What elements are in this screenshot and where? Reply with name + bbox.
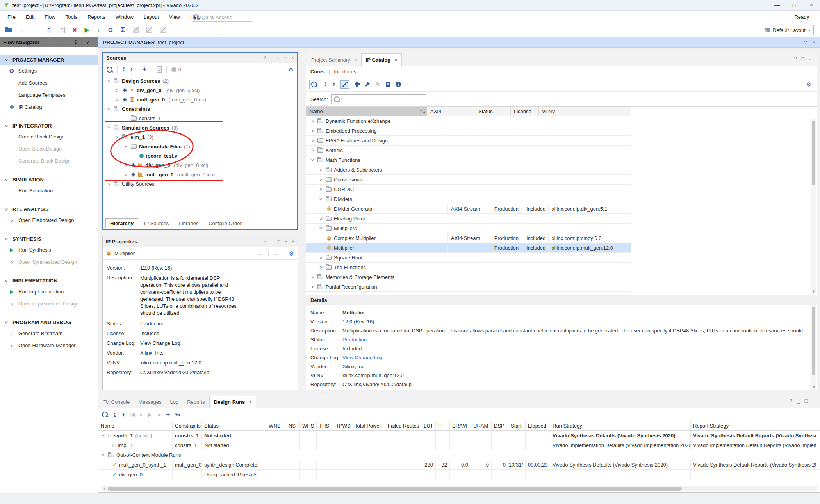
- run-row-synth-1[interactable]: >▷synth_1 (active)constrs_1Not startedVi…: [98, 431, 820, 440]
- minimize-panel-icon[interactable]: _: [93, 40, 95, 44]
- taxonomy-icon[interactable]: [340, 80, 349, 89]
- collapse-all-icon[interactable]: ▼▲: [122, 67, 125, 71]
- run-row-impl-1[interactable]: ▷impl_1constrs_1Not startedVivado Implem…: [98, 440, 820, 450]
- subtab-cores[interactable]: Cores: [310, 69, 325, 75]
- minimize-button[interactable]: —: [768, 0, 786, 10]
- subtab-interfaces[interactable]: Interfaces: [334, 69, 356, 75]
- tree-item-mult-gen-0[interactable]: >mult_gen_0 (mult_gen_0.xci): [103, 170, 297, 179]
- tab-design-runs[interactable]: Design Runs×: [209, 396, 256, 408]
- catalog-row-complex-multiplier[interactable]: Complex MultiplierAXI4-StreamProductionI…: [306, 233, 631, 243]
- help-icon[interactable]: ?: [804, 39, 807, 45]
- expand-collapse-icon[interactable]: ↕: [81, 40, 83, 44]
- detail-link[interactable]: Production: [342, 337, 367, 343]
- flow-nav-section-ip-integrator[interactable]: >IP INTEGRATOR: [0, 121, 98, 131]
- ip-search-input[interactable]: ▾: [331, 94, 426, 104]
- flow-nav-section-synthesis[interactable]: >SYNTHESIS: [0, 234, 98, 244]
- float-panel-icon[interactable]: ⌐: [812, 398, 815, 404]
- scroll-left-icon[interactable]: ‹: [102, 486, 107, 491]
- tree-item-constraints[interactable]: >Constraints: [103, 104, 297, 114]
- close-icon[interactable]: ×: [354, 57, 357, 63]
- maximize-panel-icon[interactable]: □: [278, 239, 280, 244]
- menu-window[interactable]: Window: [111, 14, 139, 20]
- tab-log[interactable]: Log: [166, 396, 183, 408]
- catalog-row-math-functions[interactable]: >Math Functions: [306, 155, 631, 165]
- wrench-icon[interactable]: [365, 82, 370, 87]
- generate-bitstream-icon[interactable]: ↓: [97, 27, 100, 33]
- column-header-elapsed[interactable]: Elapsed: [526, 421, 550, 430]
- quick-access-input[interactable]: Quick Access: [193, 13, 252, 22]
- menu-reports[interactable]: Reports: [82, 14, 111, 20]
- column-header-axi4[interactable]: AXI4: [427, 107, 475, 116]
- search-icon[interactable]: [309, 80, 319, 89]
- search-icon[interactable]: [102, 412, 108, 417]
- settings-gear-icon[interactable]: ⚙: [108, 27, 113, 33]
- scrollbar-thumb[interactable]: [108, 487, 682, 491]
- flow-nav-item-open-hardware-manager[interactable]: >Open Hardware Manager: [0, 339, 98, 351]
- flow-nav-item-ip-catalog[interactable]: IP Catalog: [0, 101, 98, 113]
- catalog-row-floating-point[interactable]: >Floating Point: [306, 214, 631, 224]
- horizontal-scrollbar[interactable]: ‹: [102, 486, 817, 491]
- catalog-row-dynamic-function-exchange[interactable]: >Dynamic Function eXchange: [306, 116, 631, 126]
- column-header-ff[interactable]: FF: [436, 421, 450, 430]
- flow-nav-item-generate-block-design[interactable]: Generate Block Design: [0, 155, 98, 167]
- catalog-row-cordic[interactable]: >CORDIC: [306, 185, 631, 194]
- column-header-constraints[interactable]: Constraints: [173, 421, 202, 430]
- column-header-run_strategy[interactable]: Run Strategy: [550, 421, 691, 430]
- tab-compile-order[interactable]: Compile Order: [204, 219, 246, 228]
- run-row-mult-gen-0-synth-1[interactable]: ✓mult_gen_0_synth_1mult_gen_0synth_desig…: [98, 460, 820, 470]
- tab-tcl-console[interactable]: Tcl Console: [99, 396, 134, 408]
- minimize-panel-icon[interactable]: _: [270, 55, 273, 60]
- column-header-report_strategy[interactable]: Report Strategy: [691, 421, 816, 430]
- flow-nav-item-open-implemented-design[interactable]: >Open Implemented Design: [0, 298, 98, 310]
- expand-all-icon[interactable]: ▲▼: [122, 413, 125, 417]
- maximize-panel-icon[interactable]: □: [802, 56, 805, 62]
- expand-all-icon[interactable]: ▲▼: [130, 67, 133, 71]
- close-button[interactable]: ×: [803, 0, 820, 10]
- flow-nav-section-simulation[interactable]: >SIMULATION: [0, 175, 98, 185]
- column-header-ths[interactable]: THS: [317, 421, 333, 430]
- tab-hierarchy[interactable]: Hierarchy: [105, 218, 138, 228]
- column-header-lut[interactable]: LUT: [421, 421, 436, 430]
- copy-icon[interactable]: [60, 27, 65, 33]
- flow-nav-item-language-templates[interactable]: Language Templates: [0, 89, 98, 101]
- flow-nav-section-implementation[interactable]: >IMPLEMENTATION: [0, 276, 98, 286]
- run-row-out-of-context-module-runs[interactable]: >Out-of-Context Module Runs: [98, 450, 820, 460]
- maximize-button[interactable]: □: [786, 0, 803, 10]
- undo-icon[interactable]: ←: [20, 27, 25, 33]
- catalog-row-multipliers[interactable]: >Multipliers: [306, 224, 631, 233]
- ip-packager-icon[interactable]: [386, 82, 390, 87]
- column-header-name[interactable]: Name: [98, 421, 173, 430]
- flow-nav-item-open-elaborated-design[interactable]: >Open Elaborated Design: [0, 214, 98, 226]
- menu-tools[interactable]: Tools: [61, 14, 82, 20]
- tree-item-utility-sources[interactable]: >Utility Sources: [103, 179, 297, 188]
- column-header-wns[interactable]: WNS: [266, 421, 283, 430]
- catalog-row-trig-functions[interactable]: >Trig Functions: [306, 263, 631, 272]
- catalog-row-kernels[interactable]: >Kernels: [306, 146, 631, 155]
- tree-item-design-sources[interactable]: >Design Sources(2): [103, 76, 297, 85]
- save-icon[interactable]: [47, 27, 52, 33]
- help-icon[interactable]: ?: [794, 56, 797, 62]
- add-sources-icon[interactable]: +: [143, 66, 147, 73]
- vertical-scrollbar[interactable]: ▼: [811, 305, 816, 390]
- tree-item-mult-gen-0[interactable]: >mult_gen_0 (mult_gen_0.xci): [103, 95, 297, 104]
- column-header-tpws[interactable]: TPWS: [333, 421, 352, 430]
- flow-nav-item-create-block-design[interactable]: Create Block Design: [0, 131, 98, 143]
- column-header-bram[interactable]: BRAM: [450, 421, 471, 430]
- percent-icon[interactable]: %: [175, 412, 180, 417]
- menu-layout[interactable]: Layout: [139, 14, 164, 20]
- column-header-dsp[interactable]: DSP: [492, 421, 508, 430]
- tree-item-constrs-1[interactable]: >constrs_1: [103, 114, 297, 123]
- search-icon[interactable]: [107, 67, 112, 73]
- catalog-row-conversions[interactable]: >Conversions: [306, 175, 631, 185]
- gear-icon[interactable]: ⚙: [289, 250, 294, 256]
- tab-libraries[interactable]: Libraries: [175, 219, 203, 228]
- close-icon[interactable]: ×: [812, 39, 815, 45]
- catalog-row-memories-storage-elements[interactable]: >Memories & Storage Elements: [306, 272, 631, 282]
- add-ip-icon[interactable]: [355, 82, 360, 87]
- menu-flow[interactable]: Flow: [39, 14, 60, 20]
- collapse-all-icon[interactable]: ▼▲: [324, 82, 327, 86]
- help-icon[interactable]: ?: [790, 398, 792, 404]
- open-project-icon[interactable]: [5, 28, 12, 32]
- column-header-failed_routes[interactable]: Failed Routes: [385, 421, 421, 430]
- catalog-row-multiplier[interactable]: MultiplierProductionIncludedxilinx.com:i…: [306, 243, 631, 253]
